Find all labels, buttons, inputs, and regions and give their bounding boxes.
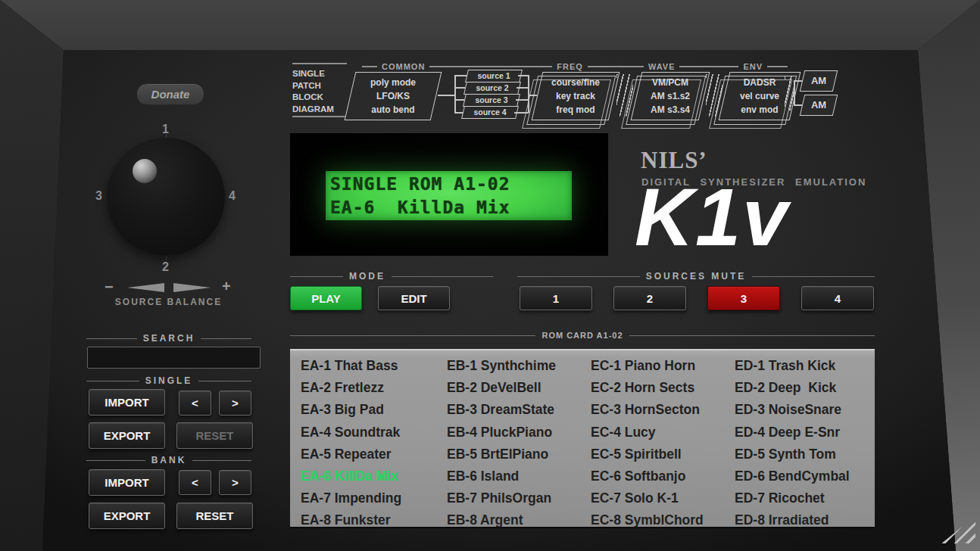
patch-item[interactable]: EA-6 KillDa Mix — [301, 465, 447, 487]
search-input[interactable] — [87, 347, 261, 369]
patch-item[interactable]: EA-1 That Bass — [301, 355, 447, 377]
patch-item[interactable]: EC-2 Horn Sects — [591, 377, 735, 399]
patch-item[interactable]: EB-6 Island — [447, 465, 591, 487]
patch-item[interactable]: EA-4 Soundtrak — [301, 422, 447, 444]
bank-label: BANK — [151, 455, 187, 465]
patch-item[interactable]: EB-3 DreamState — [447, 399, 591, 421]
patch-item[interactable]: EB-5 BrtElPiano — [447, 444, 591, 465]
rom-card-rule: ROM CARD A1-02 — [290, 331, 875, 340]
patch-column: ED-1 Trash KickED-2 Deep KickED-3 NoiseS… — [735, 355, 875, 532]
balance-left-arrow[interactable] — [127, 283, 164, 292]
patch-item[interactable]: ED-5 Synth Tom — [735, 444, 875, 465]
mode-label: MODE — [349, 271, 385, 282]
mute-button-1[interactable]: 1 — [520, 286, 592, 310]
sources-mute-rule: SOURCES MUTE — [517, 271, 875, 282]
source-3-block: source 3 — [463, 94, 520, 107]
brand-name: NILS’ — [641, 147, 707, 174]
wave-label: WAVE — [648, 62, 676, 71]
single-label: SINGLE — [145, 375, 193, 386]
balance-minus[interactable]: − — [105, 279, 114, 296]
patch-item[interactable]: ED-8 Irradiated — [735, 509, 875, 531]
wire — [517, 87, 529, 89]
wire — [454, 75, 467, 76]
donate-button[interactable]: Donate — [136, 83, 204, 105]
bank-prev-button[interactable]: < — [179, 470, 211, 495]
lcd-bezel: SINGLE ROM A1-02 EA-6 KillDa Mix — [290, 133, 608, 256]
patch-item[interactable]: EC-3 HornSecton — [591, 399, 735, 421]
bank-rule: BANK — [86, 455, 251, 465]
knob-label-2: 2 — [162, 260, 169, 274]
common-block: poly mode LFO/KS auto bend — [345, 72, 442, 120]
patch-item[interactable]: ED-4 Deep E-Snr — [735, 422, 875, 444]
patch-item[interactable]: ED-6 BendCymbal — [735, 465, 875, 487]
patch-item[interactable]: EA-8 Funkster — [301, 509, 447, 531]
freq-block: course/fine key track freq mod — [532, 72, 620, 120]
patch-item[interactable]: ED-3 NoiseSnare — [735, 399, 875, 421]
lcd-screen: SINGLE ROM A1-02 EA-6 KillDa Mix — [326, 171, 572, 220]
patch-column: EB-1 SynthchimeEB-2 DeVelBellEB-3 DreamS… — [447, 355, 591, 532]
knob-label-4: 4 — [229, 189, 236, 203]
diagram-section-rule: COMMON FREQ WAVE ENV — [362, 62, 788, 71]
am-block-2: AM — [800, 95, 838, 116]
bank-reset-button[interactable]: RESET — [176, 503, 253, 529]
patch-item[interactable]: ED-7 Ricochet — [735, 487, 875, 509]
search-rule: SEARCH — [86, 333, 251, 344]
patch-item[interactable]: EC-8 SymblChord — [591, 509, 735, 531]
bank-import-button[interactable]: IMPORT — [89, 469, 165, 496]
edit-button[interactable]: EDIT — [378, 286, 450, 310]
patch-column: EA-1 That BassEA-2 FretlezzEA-3 Big PadE… — [301, 355, 447, 532]
wire — [454, 87, 465, 89]
balance-plus[interactable]: + — [222, 278, 231, 295]
patch-list-panel: EA-1 That BassEA-2 FretlezzEA-3 Big PadE… — [290, 349, 875, 528]
patch-item[interactable]: EA-5 Repeater — [301, 444, 447, 465]
diagram-title-top-rule — [292, 63, 347, 64]
lcd-line-2: EA-6 KillDa Mix — [330, 196, 572, 219]
patch-item[interactable]: EB-7 PhilsOrgan — [447, 487, 591, 509]
wire — [516, 99, 529, 101]
mute-button-3[interactable]: 3 — [707, 286, 780, 310]
patch-column: EC-1 Piano HornEC-2 Horn SectsEC-3 HornS… — [591, 355, 735, 532]
patch-item[interactable]: EC-5 Spiritbell — [591, 444, 735, 465]
mute-button-2[interactable]: 2 — [613, 286, 686, 310]
mode-rule: MODE — [290, 271, 493, 282]
rom-card-label: ROM CARD A1-02 — [541, 331, 623, 340]
diagram-title: SINGLE PATCH BLOCK DIAGRAM — [292, 68, 334, 115]
patch-item[interactable]: EC-6 Softbanjo — [591, 465, 735, 487]
single-reset-button[interactable]: RESET — [176, 422, 253, 449]
single-import-button[interactable]: IMPORT — [89, 389, 165, 416]
play-button[interactable]: PLAY — [290, 286, 362, 310]
common-label: COMMON — [382, 62, 425, 71]
patch-item[interactable]: EC-1 Piano Horn — [591, 355, 735, 377]
patch-item[interactable]: EB-4 PluckPiano — [447, 422, 591, 444]
patch-item[interactable]: EC-7 Solo K-1 — [591, 487, 735, 509]
patch-item[interactable]: ED-1 Trash Kick — [735, 355, 875, 377]
patch-item[interactable]: EB-1 Synthchime — [447, 355, 591, 377]
wire — [794, 104, 802, 106]
mute-button-4[interactable]: 4 — [801, 286, 874, 310]
wave-block: VM/PCM AM s1.s2 AM s3.s4 — [631, 72, 710, 120]
single-next-button[interactable]: > — [219, 391, 251, 416]
search-label: SEARCH — [143, 333, 195, 344]
wire — [454, 75, 456, 113]
bank-next-button[interactable]: > — [219, 470, 251, 495]
patch-item[interactable]: EC-4 Lucy — [591, 422, 735, 444]
patch-item[interactable]: EB-2 DeVelBell — [447, 377, 591, 399]
wire — [454, 99, 464, 101]
single-prev-button[interactable]: < — [179, 391, 211, 416]
frame-top-bevel — [0, 0, 980, 50]
patch-item[interactable]: EA-3 Big Pad — [301, 399, 447, 421]
patch-item[interactable]: EB-8 Argent — [447, 509, 591, 531]
wire — [794, 80, 795, 105]
bank-export-button[interactable]: EXPORT — [89, 503, 165, 529]
k1v-plugin-window: SINGLE PATCH BLOCK DIAGRAM COMMON FREQ W… — [0, 0, 980, 551]
lcd-line-1: SINGLE ROM A1-02 — [330, 173, 572, 196]
single-export-button[interactable]: EXPORT — [89, 422, 165, 449]
patch-item[interactable]: EA-2 Fretlezz — [301, 377, 447, 399]
diagram-title-bottom-rule — [292, 116, 348, 117]
wire — [794, 80, 802, 82]
patch-item[interactable]: ED-2 Deep Kick — [735, 377, 875, 399]
patch-item[interactable]: EA-7 Impending — [301, 487, 447, 509]
source-balance-knob[interactable] — [107, 138, 225, 256]
balance-right-arrow[interactable] — [173, 283, 211, 292]
source-1-block: source 1 — [465, 70, 523, 82]
